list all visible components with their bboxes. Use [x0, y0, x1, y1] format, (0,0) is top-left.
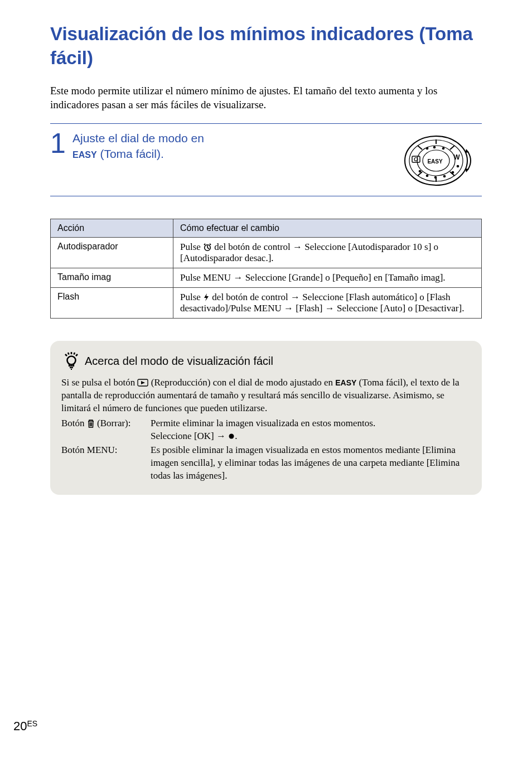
svg-line-5 — [450, 146, 454, 150]
svg-point-18 — [452, 171, 454, 174]
page-title: Visualización de los mínimos indicadores… — [50, 22, 482, 70]
cell-change: Pulse MENU → Seleccione [Grande] o [Pequ… — [173, 268, 482, 288]
step-block: 1 Ajuste el dial de modo en EASY (Toma f… — [50, 123, 482, 196]
svg-point-19 — [443, 175, 446, 178]
table-row: Flash Pulse del botón de control → Selec… — [51, 288, 482, 319]
trash-icon — [87, 419, 95, 428]
self-timer-icon — [203, 243, 212, 252]
svg-line-4 — [418, 146, 422, 150]
tip-heading: Acerca del modo de visualización fácil — [61, 351, 471, 371]
table-row: Autodisparador Pulse del botón de contro… — [51, 238, 482, 268]
mode-dial-icon: EASY W — [395, 132, 479, 190]
dot-icon — [228, 433, 235, 440]
cell-change: Pulse del botón de control → Seleccione … — [173, 238, 482, 268]
svg-point-20 — [434, 176, 437, 179]
svg-line-28 — [68, 353, 69, 355]
svg-point-34 — [229, 433, 234, 438]
svg-point-14 — [433, 146, 436, 149]
svg-rect-12 — [412, 156, 420, 162]
flash-icon — [203, 293, 210, 302]
svg-line-26 — [65, 354, 67, 356]
svg-point-22 — [419, 170, 422, 173]
svg-line-29 — [74, 353, 75, 355]
cell-action: Flash — [51, 288, 173, 319]
svg-point-21 — [426, 175, 429, 177]
step-instruction: Ajuste el dial de modo en EASY (Toma fác… — [72, 129, 393, 162]
table-header-action: Acción — [51, 219, 173, 238]
definition-row: Botón (Borrar): Permite eliminar la imag… — [61, 417, 471, 443]
table-row: Tamaño imag Pulse MENU → Seleccione [Gra… — [51, 268, 482, 288]
cell-action: Autodisparador — [51, 238, 173, 268]
cell-action: Tamaño imag — [51, 268, 173, 288]
svg-point-15 — [442, 147, 445, 150]
definition-row: Botón MENU: Es posible eliminar la image… — [61, 444, 471, 483]
svg-text:W: W — [453, 153, 460, 161]
def-label-menu: Botón MENU: — [61, 444, 151, 483]
def-label-delete: Botón (Borrar): — [61, 417, 151, 443]
playback-icon — [137, 379, 148, 387]
def-value: Es posible eliminar la imagen visualizad… — [151, 444, 471, 483]
svg-line-27 — [76, 354, 78, 356]
tip-box: Acerca del modo de visualización fácil S… — [50, 341, 482, 495]
easy-label-inline: EASY — [335, 378, 356, 387]
mode-dial-figure: EASY W — [393, 129, 482, 190]
page-number: 20ES — [13, 719, 37, 734]
cell-change: Pulse del botón de control → Seleccione … — [173, 288, 482, 319]
svg-text:EASY: EASY — [427, 158, 443, 165]
step-number: 1 — [50, 129, 72, 157]
tip-body: Si se pulsa el botón (Reproducción) con … — [61, 377, 471, 483]
actions-table: Acción Cómo efectuar el cambio Autodispa… — [50, 219, 482, 319]
lightbulb-icon — [61, 351, 81, 371]
svg-point-16 — [426, 147, 429, 150]
def-value: Permite eliminar la imagen visualizada e… — [151, 417, 471, 443]
svg-point-24 — [67, 356, 76, 365]
table-header-change: Cómo efectuar el cambio — [173, 219, 482, 238]
intro-text: Este modo permite utilizar el número mín… — [50, 84, 482, 112]
easy-label: EASY — [72, 150, 97, 160]
svg-point-17 — [457, 165, 460, 168]
